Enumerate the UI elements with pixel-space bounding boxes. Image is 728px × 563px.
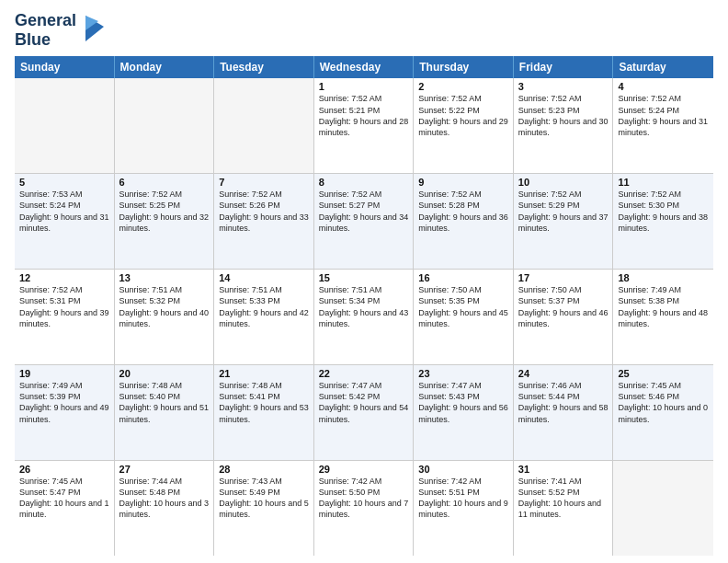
day-number: 5 <box>19 177 109 188</box>
cell-info: Sunrise: 7:45 AM Sunset: 5:46 PM Dayligh… <box>618 380 709 425</box>
day-cell-30: 30Sunrise: 7:42 AM Sunset: 5:51 PM Dayli… <box>414 461 514 556</box>
day-cell-4: 4Sunrise: 7:52 AM Sunset: 5:24 PM Daylig… <box>613 78 713 173</box>
weekday-header-tuesday: Tuesday <box>214 56 314 78</box>
day-cell-26: 26Sunrise: 7:45 AM Sunset: 5:47 PM Dayli… <box>15 461 115 556</box>
day-cell-15: 15Sunrise: 7:51 AM Sunset: 5:34 PM Dayli… <box>314 270 415 364</box>
cell-info: Sunrise: 7:51 AM Sunset: 5:34 PM Dayligh… <box>319 284 409 329</box>
day-number: 22 <box>319 368 409 379</box>
day-number: 3 <box>518 81 609 92</box>
cell-info: Sunrise: 7:52 AM Sunset: 5:27 PM Dayligh… <box>319 189 409 234</box>
day-number: 4 <box>618 81 709 92</box>
day-cell-23: 23Sunrise: 7:47 AM Sunset: 5:43 PM Dayli… <box>414 365 514 460</box>
day-number: 29 <box>319 464 409 475</box>
cell-info: Sunrise: 7:52 AM Sunset: 5:24 PM Dayligh… <box>618 93 709 138</box>
day-cell-9: 9Sunrise: 7:52 AM Sunset: 5:28 PM Daylig… <box>414 174 514 269</box>
weekday-header-thursday: Thursday <box>414 56 514 78</box>
day-number: 24 <box>518 368 609 379</box>
day-cell-2: 2Sunrise: 7:52 AM Sunset: 5:22 PM Daylig… <box>414 78 514 173</box>
day-cell-11: 11Sunrise: 7:52 AM Sunset: 5:30 PM Dayli… <box>613 174 713 269</box>
cell-info: Sunrise: 7:52 AM Sunset: 5:23 PM Dayligh… <box>518 93 609 138</box>
day-cell-24: 24Sunrise: 7:46 AM Sunset: 5:44 PM Dayli… <box>514 365 614 460</box>
page-header: GeneralBlue <box>15 11 713 49</box>
calendar-page: GeneralBlue SundayMondayTuesdayWednesday… <box>0 0 728 563</box>
cell-info: Sunrise: 7:52 AM Sunset: 5:21 PM Dayligh… <box>319 93 409 138</box>
day-number: 16 <box>418 272 508 283</box>
weekday-header-wednesday: Wednesday <box>314 56 415 78</box>
calendar-row-3: 12Sunrise: 7:52 AM Sunset: 5:31 PM Dayli… <box>15 270 713 365</box>
cell-info: Sunrise: 7:51 AM Sunset: 5:32 PM Dayligh… <box>119 284 210 329</box>
day-number: 15 <box>319 272 409 283</box>
empty-cell <box>613 461 713 556</box>
cell-info: Sunrise: 7:46 AM Sunset: 5:44 PM Dayligh… <box>518 380 609 425</box>
cell-info: Sunrise: 7:48 AM Sunset: 5:40 PM Dayligh… <box>119 380 210 425</box>
day-number: 8 <box>319 177 409 188</box>
day-cell-1: 1Sunrise: 7:52 AM Sunset: 5:21 PM Daylig… <box>314 78 415 173</box>
cell-info: Sunrise: 7:44 AM Sunset: 5:48 PM Dayligh… <box>119 476 210 521</box>
day-number: 30 <box>418 464 508 475</box>
day-number: 7 <box>219 177 309 188</box>
day-number: 6 <box>119 177 210 188</box>
day-cell-21: 21Sunrise: 7:48 AM Sunset: 5:41 PM Dayli… <box>214 365 314 460</box>
cell-info: Sunrise: 7:42 AM Sunset: 5:50 PM Dayligh… <box>319 476 409 521</box>
day-number: 20 <box>119 368 210 379</box>
calendar-row-1: 1Sunrise: 7:52 AM Sunset: 5:21 PM Daylig… <box>15 78 713 174</box>
day-cell-16: 16Sunrise: 7:50 AM Sunset: 5:35 PM Dayli… <box>414 270 514 364</box>
day-cell-7: 7Sunrise: 7:52 AM Sunset: 5:26 PM Daylig… <box>214 174 314 269</box>
day-cell-13: 13Sunrise: 7:51 AM Sunset: 5:32 PM Dayli… <box>115 270 215 364</box>
day-cell-25: 25Sunrise: 7:45 AM Sunset: 5:46 PM Dayli… <box>613 365 713 460</box>
day-number: 10 <box>518 177 609 188</box>
day-cell-8: 8Sunrise: 7:52 AM Sunset: 5:27 PM Daylig… <box>314 174 415 269</box>
cell-info: Sunrise: 7:49 AM Sunset: 5:39 PM Dayligh… <box>19 380 109 425</box>
day-number: 25 <box>618 368 709 379</box>
cell-info: Sunrise: 7:45 AM Sunset: 5:47 PM Dayligh… <box>19 476 109 521</box>
cell-info: Sunrise: 7:52 AM Sunset: 5:29 PM Dayligh… <box>518 189 609 234</box>
calendar-row-2: 5Sunrise: 7:53 AM Sunset: 5:24 PM Daylig… <box>15 174 713 270</box>
day-cell-20: 20Sunrise: 7:48 AM Sunset: 5:40 PM Dayli… <box>115 365 215 460</box>
day-cell-14: 14Sunrise: 7:51 AM Sunset: 5:33 PM Dayli… <box>214 270 314 364</box>
day-number: 19 <box>19 368 109 379</box>
cell-info: Sunrise: 7:47 AM Sunset: 5:43 PM Dayligh… <box>418 380 508 425</box>
cell-info: Sunrise: 7:52 AM Sunset: 5:30 PM Dayligh… <box>618 189 709 234</box>
cell-info: Sunrise: 7:43 AM Sunset: 5:49 PM Dayligh… <box>219 476 309 521</box>
calendar-row-5: 26Sunrise: 7:45 AM Sunset: 5:47 PM Dayli… <box>15 461 713 556</box>
weekday-header-friday: Friday <box>514 56 614 78</box>
calendar: SundayMondayTuesdayWednesdayThursdayFrid… <box>15 56 713 556</box>
day-cell-27: 27Sunrise: 7:44 AM Sunset: 5:48 PM Dayli… <box>115 461 215 556</box>
day-cell-3: 3Sunrise: 7:52 AM Sunset: 5:23 PM Daylig… <box>514 78 614 173</box>
cell-info: Sunrise: 7:52 AM Sunset: 5:28 PM Dayligh… <box>418 189 508 234</box>
cell-info: Sunrise: 7:52 AM Sunset: 5:25 PM Dayligh… <box>119 189 210 234</box>
day-number: 11 <box>618 177 709 188</box>
weekday-header-monday: Monday <box>115 56 215 78</box>
day-cell-18: 18Sunrise: 7:49 AM Sunset: 5:38 PM Dayli… <box>613 270 713 364</box>
day-number: 21 <box>219 368 309 379</box>
empty-cell <box>214 78 314 173</box>
cell-info: Sunrise: 7:48 AM Sunset: 5:41 PM Dayligh… <box>219 380 309 425</box>
weekday-header-saturday: Saturday <box>613 56 713 78</box>
day-cell-17: 17Sunrise: 7:50 AM Sunset: 5:37 PM Dayli… <box>514 270 614 364</box>
cell-info: Sunrise: 7:49 AM Sunset: 5:38 PM Dayligh… <box>618 284 709 329</box>
day-number: 17 <box>518 272 609 283</box>
day-number: 26 <box>19 464 109 475</box>
day-cell-31: 31Sunrise: 7:41 AM Sunset: 5:52 PM Dayli… <box>514 461 614 556</box>
day-cell-22: 22Sunrise: 7:47 AM Sunset: 5:42 PM Dayli… <box>314 365 415 460</box>
logo: GeneralBlue <box>15 11 108 49</box>
empty-cell <box>15 78 115 173</box>
logo-text: GeneralBlue <box>15 11 76 49</box>
cell-info: Sunrise: 7:41 AM Sunset: 5:52 PM Dayligh… <box>518 476 609 521</box>
cell-info: Sunrise: 7:50 AM Sunset: 5:37 PM Dayligh… <box>518 284 609 329</box>
day-number: 13 <box>119 272 210 283</box>
cell-info: Sunrise: 7:42 AM Sunset: 5:51 PM Dayligh… <box>418 476 508 521</box>
day-number: 23 <box>418 368 508 379</box>
cell-info: Sunrise: 7:52 AM Sunset: 5:31 PM Dayligh… <box>19 284 109 329</box>
cell-info: Sunrise: 7:53 AM Sunset: 5:24 PM Dayligh… <box>19 189 109 234</box>
day-cell-5: 5Sunrise: 7:53 AM Sunset: 5:24 PM Daylig… <box>15 174 115 269</box>
calendar-body: 1Sunrise: 7:52 AM Sunset: 5:21 PM Daylig… <box>15 78 713 556</box>
day-number: 2 <box>418 81 508 92</box>
day-number: 1 <box>319 81 409 92</box>
logo-icon <box>78 12 108 45</box>
day-cell-10: 10Sunrise: 7:52 AM Sunset: 5:29 PM Dayli… <box>514 174 614 269</box>
cell-info: Sunrise: 7:47 AM Sunset: 5:42 PM Dayligh… <box>319 380 409 425</box>
day-cell-6: 6Sunrise: 7:52 AM Sunset: 5:25 PM Daylig… <box>115 174 215 269</box>
day-cell-19: 19Sunrise: 7:49 AM Sunset: 5:39 PM Dayli… <box>15 365 115 460</box>
day-number: 27 <box>119 464 210 475</box>
